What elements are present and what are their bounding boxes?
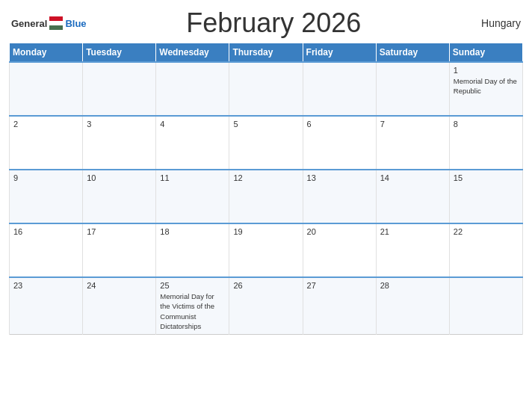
- calendar-header: General Blue February 2026 Hungary: [0, 0, 532, 43]
- calendar-cell: 4: [156, 116, 229, 170]
- day-number: 25: [160, 281, 225, 290]
- logo: General Blue: [11, 16, 87, 30]
- calendar-cell: 9: [10, 170, 83, 223]
- calendar-cell: 14: [376, 170, 449, 223]
- calendar-cell: 20: [303, 223, 376, 277]
- day-number: 6: [307, 120, 372, 129]
- weekday-header-thursday: Thursday: [229, 43, 303, 63]
- day-number: 2: [13, 120, 78, 129]
- calendar-cell: 12: [229, 170, 303, 223]
- day-number: 9: [13, 173, 78, 182]
- calendar-cell: [449, 277, 522, 335]
- week-row-5: 232425Memorial Day for the Victims of th…: [10, 277, 523, 335]
- calendar-thead: MondayTuesdayWednesdayThursdayFridaySatu…: [10, 43, 523, 63]
- day-number: 12: [233, 173, 298, 182]
- calendar-cell: 23: [10, 277, 83, 335]
- calendar-cell: [229, 62, 303, 116]
- svg-rect-0: [49, 16, 63, 21]
- calendar-cell: 15: [449, 170, 522, 223]
- day-number: 17: [87, 227, 152, 236]
- svg-rect-2: [49, 25, 63, 30]
- week-row-1: 1Memorial Day of the Republic: [10, 62, 523, 116]
- day-number: 20: [307, 227, 372, 236]
- calendar-cell: 6: [303, 116, 376, 170]
- day-number: 18: [160, 227, 225, 236]
- day-number: 16: [13, 227, 78, 236]
- calendar-cell: 5: [229, 116, 303, 170]
- day-number: 3: [87, 120, 152, 129]
- day-number: 7: [380, 120, 445, 129]
- country-name: Hungary: [461, 17, 521, 29]
- day-number: 21: [380, 227, 445, 236]
- day-number: 10: [87, 173, 152, 182]
- calendar-cell: 3: [83, 116, 156, 170]
- day-number: 1: [454, 66, 519, 75]
- event-text: Memorial Day of the Republic: [454, 77, 517, 95]
- day-number: 5: [233, 120, 298, 129]
- logo-general: General: [11, 18, 47, 29]
- weekday-header-wednesday: Wednesday: [156, 43, 229, 63]
- calendar-cell: [156, 62, 229, 116]
- day-number: 24: [87, 281, 152, 290]
- calendar-cell: 24: [83, 277, 156, 335]
- calendar-cell: 8: [449, 116, 522, 170]
- calendar-cell: 11: [156, 170, 229, 223]
- weekday-header-tuesday: Tuesday: [83, 43, 156, 63]
- calendar-cell: 21: [376, 223, 449, 277]
- calendar-cell: 25Memorial Day for the Victims of the Co…: [156, 277, 229, 335]
- calendar-wrapper: MondayTuesdayWednesdayThursdayFridaySatu…: [0, 43, 532, 344]
- weekday-header-monday: Monday: [10, 43, 83, 63]
- logo-flag-icon: [49, 16, 63, 30]
- calendar-table: MondayTuesdayWednesdayThursdayFridaySatu…: [9, 43, 523, 335]
- calendar-cell: [10, 62, 83, 116]
- weekday-header-saturday: Saturday: [376, 43, 449, 63]
- calendar-cell: 17: [83, 223, 156, 277]
- day-number: 28: [380, 281, 445, 290]
- day-number: 23: [13, 281, 78, 290]
- calendar-cell: 1Memorial Day of the Republic: [449, 62, 522, 116]
- calendar-cell: 28: [376, 277, 449, 335]
- day-number: 8: [454, 120, 519, 129]
- calendar-body: 1Memorial Day of the Republic23456789101…: [10, 62, 523, 335]
- week-row-3: 9101112131415: [10, 170, 523, 223]
- calendar-cell: 19: [229, 223, 303, 277]
- weekday-header-friday: Friday: [303, 43, 376, 63]
- week-row-4: 16171819202122: [10, 223, 523, 277]
- calendar-cell: 7: [376, 116, 449, 170]
- calendar-cell: 10: [83, 170, 156, 223]
- calendar-cell: [376, 62, 449, 116]
- day-number: 27: [307, 281, 372, 290]
- day-number: 15: [454, 173, 519, 182]
- day-number: 14: [380, 173, 445, 182]
- calendar-cell: 22: [449, 223, 522, 277]
- calendar-cell: 2: [10, 116, 83, 170]
- weekday-header-sunday: Sunday: [449, 43, 522, 63]
- svg-rect-1: [49, 21, 63, 25]
- calendar-cell: 13: [303, 170, 376, 223]
- week-row-2: 2345678: [10, 116, 523, 170]
- calendar-cell: 26: [229, 277, 303, 335]
- weekday-header-row: MondayTuesdayWednesdayThursdayFridaySatu…: [10, 43, 523, 63]
- day-number: 13: [307, 173, 372, 182]
- day-number: 4: [160, 120, 225, 129]
- logo-blue: Blue: [65, 18, 86, 29]
- event-text: Memorial Day for the Victims of the Comm…: [160, 292, 214, 330]
- calendar-title: February 2026: [87, 7, 461, 39]
- day-number: 26: [233, 281, 298, 290]
- day-number: 11: [160, 173, 225, 182]
- calendar-cell: 18: [156, 223, 229, 277]
- calendar-cell: [83, 62, 156, 116]
- calendar-cell: 16: [10, 223, 83, 277]
- calendar-cell: [303, 62, 376, 116]
- day-number: 22: [454, 227, 519, 236]
- day-number: 19: [233, 227, 298, 236]
- calendar-cell: 27: [303, 277, 376, 335]
